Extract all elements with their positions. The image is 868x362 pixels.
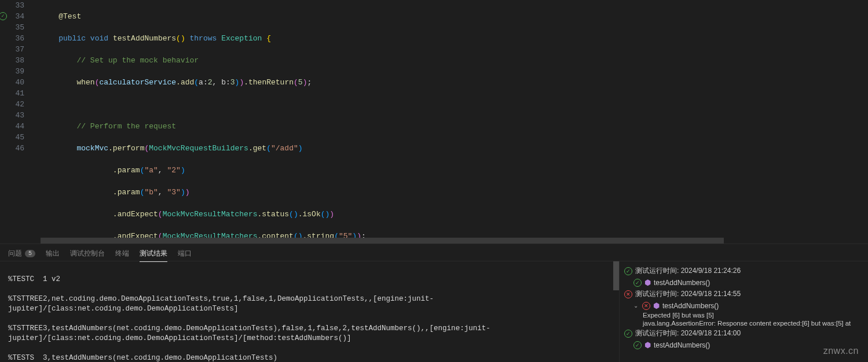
scrollbar-thumb[interactable] xyxy=(41,238,724,243)
pass-icon xyxy=(624,267,632,275)
horizontal-scrollbar[interactable] xyxy=(0,238,868,243)
line-number: 44 xyxy=(15,122,24,131)
problems-badge: 5 xyxy=(25,250,35,257)
output-line: %TESTC 1 v2 xyxy=(8,275,611,285)
method-call: .perform xyxy=(108,144,144,153)
number: 2 xyxy=(208,78,213,87)
method-name: testAddNumbers xyxy=(113,34,176,43)
method-call: .isOk xyxy=(298,210,321,219)
tab-label: 问题 xyxy=(8,249,22,258)
test-run-label: 测试运行时间: 2024/9/18 21:24:26 xyxy=(635,266,741,276)
pass-icon xyxy=(624,330,632,338)
tab-label: 终端 xyxy=(115,249,129,258)
tab-label: 测试结果 xyxy=(140,249,167,258)
test-run-label: 测试运行时间: 2024/9/18 21:14:55 xyxy=(635,289,741,299)
method-call: .andExpect xyxy=(113,232,158,238)
tab-label: 调试控制台 xyxy=(70,249,105,258)
pass-icon xyxy=(633,341,642,349)
line-number: 36 xyxy=(15,34,24,43)
test-case-label: testAddNumbers() xyxy=(654,279,710,287)
code-editor[interactable]: 33 34 35 36 37 38 39 40 41 42 43 44 45 4… xyxy=(0,0,868,238)
param-hint: b: xyxy=(221,78,230,87)
chevron-down-icon[interactable]: ⌄ xyxy=(633,302,639,309)
line-number: 33 xyxy=(15,1,24,10)
line-number-gutter: 33 34 35 36 37 38 39 40 41 42 43 44 45 4… xyxy=(0,0,35,238)
type: Exception xyxy=(221,34,262,43)
cube-icon: ⬢ xyxy=(653,301,660,310)
type: MockMvcResultMatchers xyxy=(163,232,258,238)
test-run-row[interactable]: 测试运行时间: 2024/9/18 21:14:00 xyxy=(620,327,868,339)
line-number: 38 xyxy=(15,56,24,65)
test-failure-stack: java.lang.AssertionError: Response conte… xyxy=(620,319,868,327)
test-run-label: 测试运行时间: 2024/9/18 21:14:00 xyxy=(635,328,741,338)
number: 5 xyxy=(298,78,303,87)
method-call: .get xyxy=(248,144,266,153)
cube-icon: ⬢ xyxy=(644,278,651,287)
annotation: @Test xyxy=(58,12,81,21)
line-number: 35 xyxy=(15,23,24,32)
comment: // Set up the mock behavior xyxy=(76,56,199,65)
test-case-label: testAddNumbers() xyxy=(662,302,719,310)
test-case-row[interactable]: ⬢ testAddNumbers() xyxy=(620,277,868,288)
type: MockMvcResultMatchers xyxy=(163,210,258,219)
tab-test-results[interactable]: 测试结果 xyxy=(140,246,167,262)
test-run-row[interactable]: 测试运行时间: 2024/9/18 21:24:26 xyxy=(620,265,868,277)
output-scrollbar-thumb[interactable] xyxy=(613,261,619,290)
cube-icon: ⬢ xyxy=(644,341,651,349)
method-call: .thenReturn xyxy=(244,78,294,87)
line-number: 37 xyxy=(15,45,24,54)
fail-icon xyxy=(624,290,632,298)
output-line: %TESTS 3,testAddNumbers(net.coding.demo.… xyxy=(8,353,611,362)
string: "5" xyxy=(339,232,352,238)
code-content[interactable]: @Test public void testAddNumbers() throw… xyxy=(35,0,868,238)
method-call: .andExpect xyxy=(113,210,158,219)
test-case-row[interactable]: ⌄ ⬢ testAddNumbers() xyxy=(620,300,868,311)
method-call: when xyxy=(76,78,94,87)
method-call: .status xyxy=(257,210,289,219)
string: "b" xyxy=(144,188,158,197)
panel-tabs: 问题 5 输出 调试控制台 终端 测试结果 端口 xyxy=(0,244,868,261)
panel-body: %TESTC 1 v2 %TSTTREE2,net.coding.demo.De… xyxy=(0,261,868,362)
tab-label: 输出 xyxy=(46,249,60,258)
line-number: 41 xyxy=(15,89,24,98)
tab-output[interactable]: 输出 xyxy=(46,246,60,261)
string: "2" xyxy=(167,166,180,175)
keyword: throws xyxy=(190,34,217,43)
pass-icon xyxy=(633,279,642,287)
line-number: 46 xyxy=(15,144,24,153)
test-case-label: testAddNumbers() xyxy=(654,341,710,349)
test-pass-gutter-icon[interactable] xyxy=(0,12,7,20)
tab-ports[interactable]: 端口 xyxy=(178,246,192,261)
string: "/add" xyxy=(271,144,298,153)
method-call: .string xyxy=(303,232,335,238)
line-number: 40 xyxy=(15,78,24,87)
method-call: .add xyxy=(176,78,194,87)
tab-debug-console[interactable]: 调试控制台 xyxy=(70,246,105,261)
bottom-panel: 问题 5 输出 调试控制台 终端 测试结果 端口 %TESTC 1 v2 %TS… xyxy=(0,243,868,362)
method-call: .param xyxy=(113,166,140,175)
line-number: 34 xyxy=(15,12,24,21)
method-call: .content xyxy=(257,232,293,238)
string: "3" xyxy=(167,188,180,197)
tab-problems[interactable]: 问题 5 xyxy=(8,246,35,261)
line-number: 42 xyxy=(15,100,24,109)
tab-terminal[interactable]: 终端 xyxy=(115,246,129,261)
fail-icon xyxy=(642,302,650,310)
field: mockMvc xyxy=(76,144,108,153)
field: calculatorService xyxy=(99,78,176,87)
line-number: 43 xyxy=(15,111,24,120)
watermark: znwx.cn xyxy=(823,346,859,356)
test-failure-message: Expected [6] but was [5] xyxy=(620,311,868,319)
method-call: .param xyxy=(113,188,140,197)
keyword: void xyxy=(90,34,108,43)
number: 3 xyxy=(230,78,235,87)
output-line: %TSTTREE2,net.coding.demo.DemoApplicatio… xyxy=(8,294,611,314)
test-output-console[interactable]: %TESTC 1 v2 %TSTTREE2,net.coding.demo.De… xyxy=(0,261,619,362)
line-number: 39 xyxy=(15,67,24,76)
param-hint: a: xyxy=(199,78,208,87)
comment: // Perform the request xyxy=(76,122,176,131)
keyword: public xyxy=(58,34,86,43)
string: "a" xyxy=(144,166,158,175)
tab-label: 端口 xyxy=(178,249,192,258)
test-run-row[interactable]: 测试运行时间: 2024/9/18 21:14:55 xyxy=(620,288,868,300)
